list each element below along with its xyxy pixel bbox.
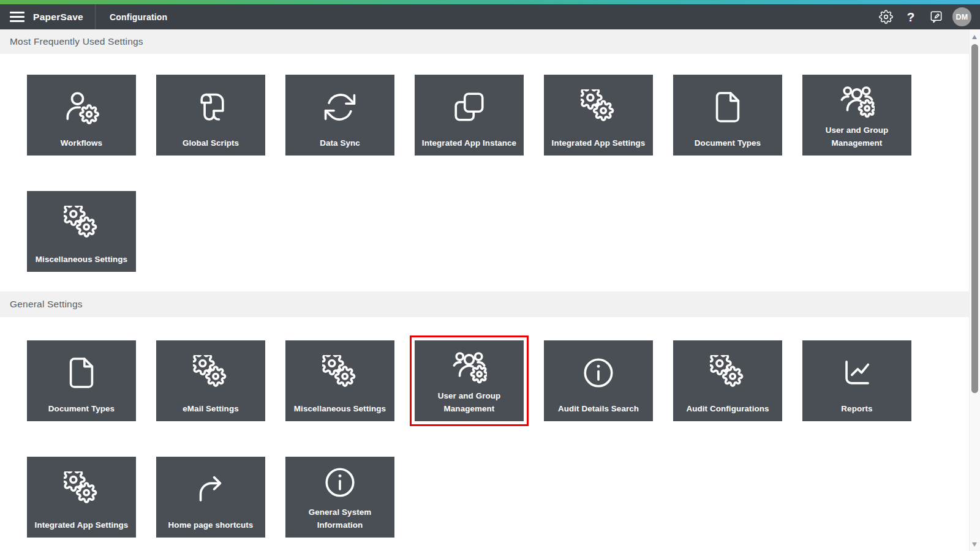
tile-label: Document Types <box>673 137 782 156</box>
tile-label: Integrated App Settings <box>544 137 653 156</box>
settings-gear-icon[interactable] <box>877 8 894 26</box>
feedback-icon[interactable] <box>927 8 944 26</box>
info-icon <box>285 457 394 506</box>
tile-label: User and Group Management <box>415 389 524 421</box>
chart-icon <box>802 340 911 402</box>
user-gear-icon <box>27 75 136 137</box>
help-icon[interactable]: ? <box>902 8 919 26</box>
tile-user-and-group-management[interactable]: User and Group Management <box>415 340 524 421</box>
tile-workflows[interactable]: Workflows <box>27 75 136 156</box>
tile-document-types[interactable]: Document Types <box>27 340 136 421</box>
tab-configuration[interactable]: Configuration <box>110 12 167 22</box>
menu-icon[interactable] <box>10 12 24 22</box>
accent-strip <box>0 0 980 4</box>
tile-integrated-app-instance[interactable]: Integrated App Instance <box>415 75 524 156</box>
users-gear-icon <box>802 75 911 124</box>
tile-label: Audit Configurations <box>673 402 782 421</box>
tile-label: Miscellaneous Settings <box>27 253 136 272</box>
section-title-general-settings: General Settings <box>0 291 970 317</box>
scroll-icon <box>156 75 265 137</box>
tile-label: Global Scripts <box>156 137 265 156</box>
document-icon <box>673 75 782 137</box>
tile-label: Integrated App Instance <box>415 137 524 156</box>
tile-document-types[interactable]: Document Types <box>673 75 782 156</box>
two-gears-icon <box>285 340 394 402</box>
tile-user-and-group-management[interactable]: User and Group Management <box>802 75 911 156</box>
tile-label: Reports <box>802 402 911 421</box>
tile-audit-details-search[interactable]: Audit Details Search <box>544 340 653 421</box>
two-gears-icon <box>27 457 136 519</box>
tile-label: Audit Details Search <box>544 402 653 421</box>
two-gears-icon <box>673 340 782 402</box>
info-icon <box>544 340 653 402</box>
sync-icon <box>285 75 394 137</box>
redo-arrow-icon <box>156 457 265 519</box>
header-actions: ? DM <box>877 7 980 26</box>
tile-general-system-information[interactable]: General System Information <box>285 457 394 538</box>
tile-label: User and Group Management <box>802 124 911 156</box>
tile-label: eMail Settings <box>156 402 265 421</box>
tile-grid: WorkflowsGlobal ScriptsData SyncIntegrat… <box>0 75 970 272</box>
tile-integrated-app-settings[interactable]: Integrated App Settings <box>544 75 653 156</box>
tile-data-sync[interactable]: Data Sync <box>285 75 394 156</box>
tile-label: Workflows <box>27 137 136 156</box>
scroll-down-arrow-icon[interactable] <box>972 542 977 547</box>
scroll-up-arrow-icon[interactable] <box>972 35 977 39</box>
tile-label: Miscellaneous Settings <box>285 402 394 421</box>
tile-miscellaneous-settings[interactable]: Miscellaneous Settings <box>27 191 136 272</box>
avatar[interactable]: DM <box>952 7 971 26</box>
tile-label: Document Types <box>27 402 136 421</box>
tile-label: Home page shortcuts <box>156 519 265 538</box>
overlap-squares-icon <box>415 75 524 137</box>
two-gears-icon <box>544 75 653 137</box>
app-header: PaperSave Configuration ? DM <box>0 4 980 29</box>
two-gears-icon <box>156 340 265 402</box>
tile-integrated-app-settings[interactable]: Integrated App Settings <box>27 457 136 538</box>
tile-global-scripts[interactable]: Global Scripts <box>156 75 265 156</box>
tile-home-page-shortcuts[interactable]: Home page shortcuts <box>156 457 265 538</box>
scrollbar-thumb[interactable] <box>971 44 978 393</box>
two-gears-icon <box>27 191 136 253</box>
tile-reports[interactable]: Reports <box>802 340 911 421</box>
header-divider <box>95 4 96 29</box>
scrollbar[interactable] <box>969 29 980 551</box>
tile-audit-configurations[interactable]: Audit Configurations <box>673 340 782 421</box>
document-icon <box>27 340 136 402</box>
app-brand: PaperSave <box>33 12 83 23</box>
tile-miscellaneous-settings[interactable]: Miscellaneous Settings <box>285 340 394 421</box>
tile-label: General System Information <box>285 506 394 538</box>
users-gear-icon <box>415 340 524 389</box>
tile-label: Integrated App Settings <box>27 519 136 538</box>
tile-email-settings[interactable]: eMail Settings <box>156 340 265 421</box>
section-title-most-frequently-used-settings: Most Frequently Used Settings <box>0 29 970 54</box>
content: Most Frequently Used SettingsWorkflowsGl… <box>0 29 970 538</box>
tile-grid: Document TypeseMail SettingsMiscellaneou… <box>0 340 970 538</box>
tile-label: Data Sync <box>285 137 394 156</box>
